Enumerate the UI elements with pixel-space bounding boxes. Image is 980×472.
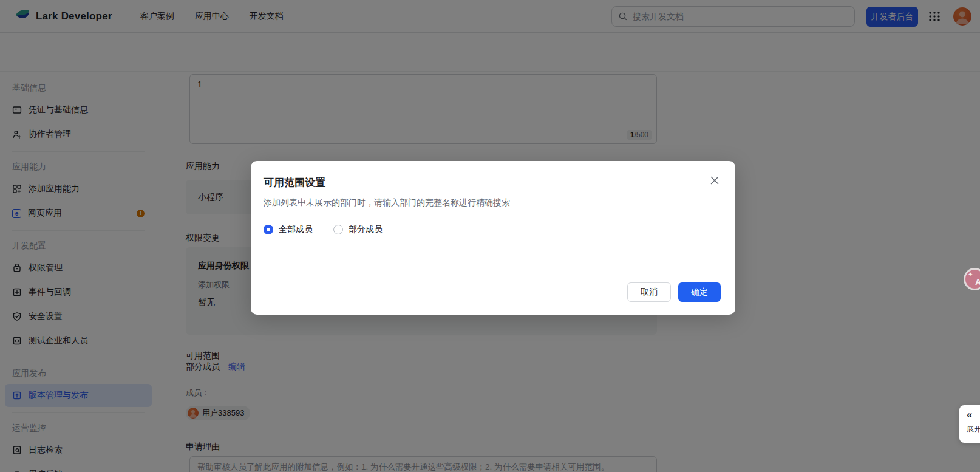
translate-icon: A	[975, 277, 980, 287]
modal-footer: 取消 确定	[627, 282, 721, 302]
radio-all-members[interactable]: 全部成员	[264, 224, 313, 235]
scope-settings-modal: 可用范围设置 添加列表中未展示的部门时，请输入部门的完整名称进行精确搜索 全部成…	[251, 161, 735, 315]
modal-title: 可用范围设置	[264, 176, 721, 190]
radio-partial-members[interactable]: 部分成员	[333, 224, 383, 235]
expand-panel-button[interactable]: « 展开	[959, 405, 980, 443]
radio-selected-icon	[264, 225, 273, 234]
radio-partial-label: 部分成员	[349, 224, 383, 235]
confirm-button[interactable]: 确定	[678, 282, 721, 302]
scope-radio-group: 全部成员 部分成员	[264, 224, 721, 235]
sparkle-icon: ✦	[968, 271, 973, 278]
radio-all-label: 全部成员	[279, 224, 313, 235]
radio-unselected-icon	[333, 225, 343, 234]
double-chevron-left-icon: «	[967, 409, 971, 421]
modal-subtitle: 添加列表中未展示的部门时，请输入部门的完整名称进行精确搜索	[264, 197, 721, 208]
expand-label: 展开	[967, 424, 980, 434]
close-icon[interactable]	[709, 174, 721, 186]
cancel-button[interactable]: 取消	[627, 282, 671, 302]
